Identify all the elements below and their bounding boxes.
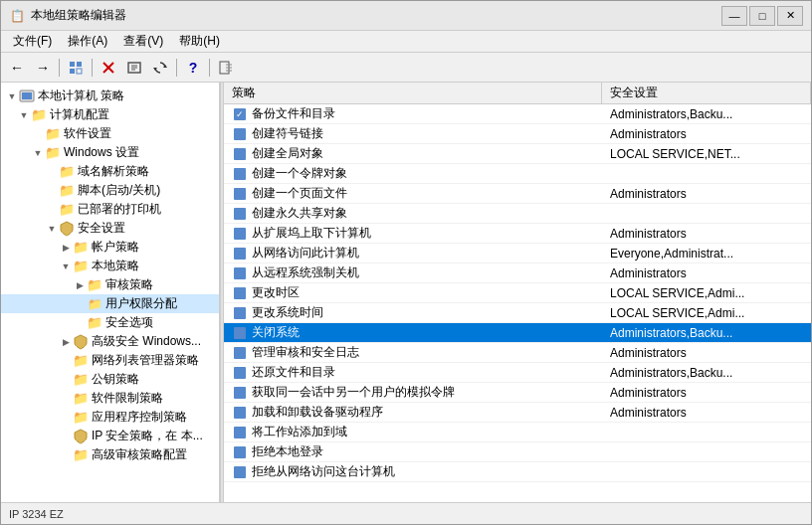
list-item[interactable]: 拒绝从网络访问这台计算机 bbox=[224, 462, 811, 482]
row-icon-7 bbox=[232, 226, 248, 242]
tree-item-security-options[interactable]: ▶ 📁 安全选项 bbox=[1, 313, 219, 332]
forward-button[interactable]: → bbox=[31, 57, 55, 79]
toggle-dns[interactable]: ▶ bbox=[45, 165, 59, 179]
toggle-printers[interactable]: ▶ bbox=[45, 203, 59, 217]
properties-button[interactable] bbox=[122, 57, 146, 79]
list-item[interactable]: 从网络访问此计算机 Everyone,Administrat... bbox=[224, 244, 811, 263]
export-button[interactable] bbox=[214, 57, 238, 79]
svg-rect-30 bbox=[234, 307, 246, 319]
list-item[interactable]: 更改系统时间 LOCAL SERVICE,Admi... bbox=[224, 303, 811, 323]
list-item[interactable]: 创建一个令牌对象 bbox=[224, 164, 811, 184]
maximize-button[interactable]: □ bbox=[749, 6, 775, 26]
toolbar: ← → ? bbox=[1, 53, 811, 83]
list-item[interactable]: 从远程系统强制关机 Administrators bbox=[224, 263, 811, 283]
toggle-public-key[interactable]: ▶ bbox=[59, 373, 73, 387]
show-hide-button[interactable] bbox=[64, 57, 88, 79]
toggle-software-settings[interactable]: ▶ bbox=[31, 127, 45, 141]
svg-rect-1 bbox=[77, 62, 82, 67]
toggle-account-policy[interactable]: ▶ bbox=[59, 241, 73, 255]
icon-dns: 📁 bbox=[59, 164, 75, 180]
refresh-button[interactable] bbox=[148, 57, 172, 79]
tree-item-app-control[interactable]: ▶ 📁 应用程序控制策略 bbox=[1, 408, 219, 427]
toggle-software-restrict[interactable]: ▶ bbox=[59, 392, 73, 406]
list-item-selected[interactable]: 关闭系统 Administrators,Backu... bbox=[224, 323, 811, 343]
tree-item-computer-config[interactable]: ▼ 📁 计算机配置 bbox=[1, 105, 219, 124]
svg-rect-0 bbox=[70, 62, 75, 67]
toggle-audit-policy[interactable]: ▶ bbox=[73, 278, 87, 292]
toggle-scripts[interactable]: ▶ bbox=[45, 184, 59, 198]
tree-item-user-rights[interactable]: ▶ 📁 用户权限分配 bbox=[1, 294, 219, 313]
back-button[interactable]: ← bbox=[5, 57, 29, 79]
window-icon: 📋 bbox=[9, 8, 25, 24]
toggle-advanced-audit[interactable]: ▶ bbox=[59, 448, 73, 462]
tree-item-advanced-audit[interactable]: ▶ 📁 高级审核策略配置 bbox=[1, 445, 219, 464]
tree-item-network-list[interactable]: ▶ 📁 网络列表管理器策略 bbox=[1, 351, 219, 370]
menu-action[interactable]: 操作(A) bbox=[60, 31, 115, 52]
label-security: 安全设置 bbox=[78, 220, 125, 237]
tree-panel[interactable]: ▼ 本地计算机 策略 ▼ 📁 计算机配置 ▶ 📁 软件设置 ▼ bbox=[1, 83, 220, 502]
tree-item-software-settings[interactable]: ▶ 📁 软件设置 bbox=[1, 124, 219, 143]
svg-rect-21 bbox=[234, 128, 246, 140]
help-button[interactable]: ? bbox=[181, 57, 205, 79]
toggle-security-options[interactable]: ▶ bbox=[73, 316, 87, 330]
icon-security-options: 📁 bbox=[87, 315, 102, 331]
toggle-security[interactable]: ▼ bbox=[45, 222, 59, 236]
tree-item-account-policy[interactable]: ▶ 📁 帐户策略 bbox=[1, 238, 219, 257]
icon-security bbox=[59, 221, 75, 237]
list-item[interactable]: 创建全局对象 LOCAL SERVICE,NET... bbox=[224, 144, 811, 164]
list-item[interactable]: 从扩展坞上取下计算机 Administrators bbox=[224, 224, 811, 244]
toggle-ip-security[interactable]: ▶ bbox=[59, 430, 73, 443]
tree-item-printers[interactable]: ▶ 📁 已部署的打印机 bbox=[1, 200, 219, 219]
list-item[interactable]: 创建一个页面文件 Administrators bbox=[224, 184, 811, 204]
toggle-windows-settings[interactable]: ▼ bbox=[31, 146, 45, 160]
list-item[interactable]: ✓ 备份文件和目录 Administrators,Backu... bbox=[224, 104, 811, 124]
list-item[interactable]: 将工作站添加到域 bbox=[224, 423, 811, 442]
list-item[interactable]: 拒绝本地登录 bbox=[224, 442, 811, 462]
tree-item-local-policy[interactable]: ▼ 本地计算机 策略 bbox=[1, 87, 219, 105]
col-header-setting[interactable]: 安全设置 bbox=[602, 83, 811, 103]
svg-rect-26 bbox=[234, 228, 246, 240]
toggle-user-rights[interactable]: ▶ bbox=[73, 297, 87, 311]
toggle-app-control[interactable]: ▶ bbox=[59, 411, 73, 425]
tree-item-advanced-security[interactable]: ▶ 高级安全 Windows... bbox=[1, 332, 219, 351]
menu-view[interactable]: 查看(V) bbox=[115, 31, 171, 52]
right-panel: 策略 安全设置 ✓ 备份文件和目录 Administrators,Backu..… bbox=[224, 83, 811, 502]
svg-rect-29 bbox=[234, 287, 246, 299]
list-item[interactable]: 管理审核和安全日志 Administrators bbox=[224, 343, 811, 363]
list-item[interactable]: 还原文件和目录 Administrators,Backu... bbox=[224, 363, 811, 383]
list-item[interactable]: 创建符号链接 Administrators bbox=[224, 124, 811, 144]
tree-item-windows-settings[interactable]: ▼ 📁 Windows 设置 bbox=[1, 143, 219, 162]
close-button[interactable]: ✕ bbox=[777, 6, 803, 26]
delete-button[interactable] bbox=[97, 57, 120, 79]
cell-policy-17: 将工作站添加到域 bbox=[224, 424, 602, 440]
tree-item-ip-security[interactable]: ▶ IP 安全策略，在 本... bbox=[1, 427, 219, 445]
toggle-network-list[interactable]: ▶ bbox=[59, 354, 73, 368]
menu-file[interactable]: 文件(F) bbox=[5, 31, 60, 52]
cell-policy-11: 更改系统时间 bbox=[224, 304, 602, 321]
tree-item-dns[interactable]: ▶ 📁 域名解析策略 bbox=[1, 162, 219, 181]
toggle-advanced-security[interactable]: ▶ bbox=[59, 335, 73, 349]
cell-setting-5: Administrators bbox=[602, 187, 811, 201]
toggle-computer-config[interactable]: ▼ bbox=[17, 108, 31, 122]
col-header-policy[interactable]: 策略 bbox=[224, 83, 602, 103]
list-body[interactable]: ✓ 备份文件和目录 Administrators,Backu... 创建符号链接… bbox=[224, 104, 811, 502]
tree-item-software-restrict[interactable]: ▶ 📁 软件限制策略 bbox=[1, 389, 219, 408]
tree-item-public-key[interactable]: ▶ 📁 公钥策略 bbox=[1, 370, 219, 389]
list-item[interactable]: 加载和卸载设备驱动程序 Administrators bbox=[224, 403, 811, 423]
toggle-local-policy[interactable]: ▼ bbox=[5, 89, 19, 103]
minimize-button[interactable]: — bbox=[721, 6, 747, 26]
label-audit-policy: 审核策略 bbox=[105, 276, 153, 293]
cell-setting-10: LOCAL SERVICE,Admi... bbox=[602, 286, 811, 300]
menu-help[interactable]: 帮助(H) bbox=[171, 31, 228, 52]
icon-computer-config: 📁 bbox=[31, 107, 47, 123]
toggle-local-policy2[interactable]: ▼ bbox=[59, 260, 73, 273]
list-item[interactable]: 创建永久共享对象 bbox=[224, 204, 811, 224]
list-item[interactable]: 更改时区 LOCAL SERVICE,Admi... bbox=[224, 283, 811, 303]
title-bar-buttons: — □ ✕ bbox=[721, 6, 803, 26]
tree-item-scripts[interactable]: ▶ 📁 脚本(启动/关机) bbox=[1, 181, 219, 200]
list-item[interactable]: 获取同一会话中另一个用户的模拟令牌 Administrators bbox=[224, 383, 811, 403]
tree-item-security[interactable]: ▼ 安全设置 bbox=[1, 219, 219, 238]
main-content: ▼ 本地计算机 策略 ▼ 📁 计算机配置 ▶ 📁 软件设置 ▼ bbox=[1, 83, 811, 502]
tree-item-local-policy2[interactable]: ▼ 📁 本地策略 bbox=[1, 257, 219, 275]
tree-item-audit-policy[interactable]: ▶ 📁 审核策略 bbox=[1, 275, 219, 294]
